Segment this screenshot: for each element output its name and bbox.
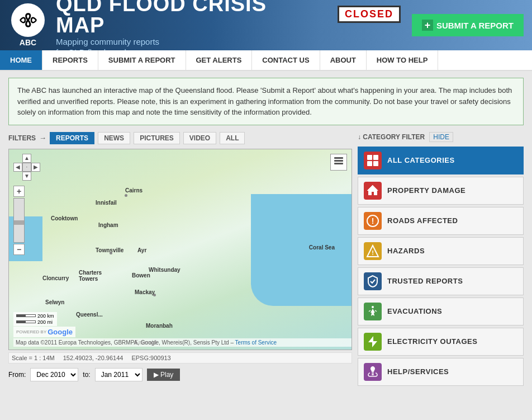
filters-bar: FILTERS → REPORTS NEWS PICTURES VIDEO AL…: [8, 132, 352, 144]
scale-mi-label: 200 mi: [37, 319, 53, 325]
hazards-icon: !: [364, 242, 382, 260]
submit-btn-label: SUBMIT A REPORT: [436, 21, 514, 30]
nav-about[interactable]: ABOUT: [320, 50, 367, 70]
filter-video[interactable]: VIDEO: [183, 132, 216, 144]
nav-contact-us[interactable]: CONTACT US: [252, 50, 320, 70]
electricity-icon: [364, 333, 382, 351]
from-label: From:: [8, 371, 26, 379]
map-copyright: Map data ©2011 Europa Technologies, GBRM…: [13, 338, 352, 347]
map-zoom-controls: + −: [13, 186, 25, 256]
filters-label: FILTERS: [8, 134, 36, 142]
charters-label: ChartersTowers: [79, 270, 102, 282]
roads-affected-label: ROADS AFFECTED: [387, 216, 458, 225]
property-damage-label: PROPERTY DAMAGE: [387, 186, 466, 195]
play-button[interactable]: ▶ Play: [147, 369, 180, 381]
moranbah-label: Moranbah: [146, 323, 173, 329]
innisfail-label: Innisfail: [96, 200, 117, 206]
cairns-dot: [125, 194, 127, 197]
filters-arrow-icon: →: [39, 134, 46, 142]
category-all[interactable]: ALL CATEGORIES: [358, 147, 524, 174]
svg-rect-2: [334, 163, 343, 164]
notice-text: The ABC has launched an interactive map …: [17, 85, 515, 118]
category-evacuations[interactable]: EVACUATIONS: [358, 298, 524, 325]
to-date-select[interactable]: Jan 2011 Feb 2011 Mar 2011: [95, 368, 142, 381]
submit-report-button[interactable]: + SUBMIT A REPORT: [412, 14, 524, 36]
category-roads-affected[interactable]: ! ROADS AFFECTED: [358, 207, 524, 235]
pan-left-button[interactable]: ◀: [13, 163, 22, 172]
tully-label: Ingham: [98, 222, 118, 228]
coral-sea: [251, 194, 352, 306]
filter-all[interactable]: ALL: [220, 132, 245, 144]
road-closed-sign: CLOSED: [338, 6, 401, 23]
header-subtitle2: for QLD floods and recovery: [56, 48, 300, 50]
svg-rect-1: [334, 160, 343, 162]
epsg-info: EPSG:900913: [131, 355, 170, 361]
pan-up-button[interactable]: ▲: [22, 154, 31, 163]
category-help-services[interactable]: HELP/SERVICES: [358, 358, 524, 386]
queensland-label: Queensl...: [76, 312, 103, 318]
filter-news[interactable]: NEWS: [98, 132, 130, 144]
coords-info: 152.49023, -20.96144: [63, 355, 124, 361]
abc-circle: [11, 3, 45, 37]
roads-affected-icon: !: [364, 212, 382, 230]
header: ABC QLD FLOOD CRISIS MAP Mapping communi…: [0, 0, 532, 50]
all-categories-label: ALL CATEGORIES: [387, 156, 455, 164]
category-filter-label: ↓ CATEGORY FILTER: [358, 133, 425, 141]
terms-link[interactable]: Terms of Service: [235, 339, 277, 346]
svg-point-12: [372, 306, 374, 308]
map-pan-controls: ▲ ◀ · ▶ ▼: [13, 154, 40, 181]
trusted-reports-icon: [364, 272, 382, 290]
mackay-dot: [153, 294, 156, 296]
abc-lissajous-icon: [16, 9, 41, 31]
mackay-label: Mackay: [135, 289, 155, 295]
help-services-icon: [364, 363, 382, 381]
header-subtitle: Mapping community reports: [56, 37, 300, 46]
page-title: QLD FLOOD CRISIS MAP: [56, 0, 300, 36]
pan-center-button[interactable]: ·: [22, 163, 31, 172]
townsville-dot: [110, 252, 112, 254]
from-date-select[interactable]: Dec 2010 Nov 2010 Oct 2010: [30, 368, 78, 381]
filter-pictures[interactable]: PICTURES: [134, 132, 180, 144]
right-panel: ↓ CATEGORY FILTER HIDE ALL CATEGORIES: [358, 132, 524, 388]
category-hazards[interactable]: ! HAZARDS: [358, 237, 524, 265]
zoom-in-button[interactable]: +: [13, 186, 25, 197]
main-nav: HOME REPORTS SUBMIT A REPORT GET ALERTS …: [0, 50, 532, 71]
all-categories-icon: [364, 152, 382, 169]
evacuations-icon: [364, 303, 382, 320]
svg-rect-5: [367, 161, 372, 166]
filter-reports[interactable]: REPORTS: [50, 132, 94, 144]
svg-rect-3: [367, 155, 372, 160]
selwyn-label: Selwyn: [45, 299, 64, 305]
category-property-damage[interactable]: PROPERTY DAMAGE: [358, 177, 524, 205]
zoom-out-button[interactable]: −: [13, 244, 25, 255]
hide-filter-link[interactable]: HIDE: [429, 132, 453, 142]
nav-get-alerts[interactable]: GET ALERTS: [186, 50, 253, 70]
pan-right-button[interactable]: ▶: [31, 163, 40, 172]
nav-reports[interactable]: REPORTS: [42, 50, 98, 70]
trusted-reports-label: TRUSTED REPORTS: [387, 277, 463, 285]
powered-by: POWERED BY Google: [13, 327, 75, 337]
svg-text:!: !: [372, 249, 374, 256]
category-trusted-reports[interactable]: TRUSTED REPORTS: [358, 267, 524, 295]
map-background: Coral Sea Cairns Innisfail Ingham Townsv…: [9, 149, 352, 350]
svg-rect-6: [373, 161, 378, 166]
pan-down-button[interactable]: ▼: [22, 172, 31, 181]
townsville-label: Townsville: [96, 247, 124, 253]
map-layers-button[interactable]: [330, 154, 347, 171]
electricity-outages-label: ELECTRICITY OUTAGES: [387, 337, 477, 346]
svg-rect-0: [334, 157, 343, 159]
zoom-slider[interactable]: [13, 198, 25, 243]
google-logo: Google: [48, 328, 73, 336]
evacuations-label: EVACUATIONS: [387, 307, 442, 315]
nav-how-to-help[interactable]: HOW TO HELP: [367, 50, 438, 70]
scale-km-label: 200 km: [37, 313, 54, 319]
nav-home[interactable]: HOME: [0, 50, 42, 70]
map-container[interactable]: Coral Sea Cairns Innisfail Ingham Townsv…: [8, 149, 352, 350]
date-range-bar: From: Dec 2010 Nov 2010 Oct 2010 to: Jan…: [8, 368, 352, 381]
nav-submit-report[interactable]: SUBMIT A REPORT: [98, 50, 186, 70]
svg-rect-13: [372, 372, 374, 374]
category-electricity-outages[interactable]: ELECTRICITY OUTAGES: [358, 328, 524, 356]
zoom-handle: [14, 220, 24, 225]
svg-marker-7: [367, 185, 378, 195]
svg-rect-14: [372, 374, 374, 375]
